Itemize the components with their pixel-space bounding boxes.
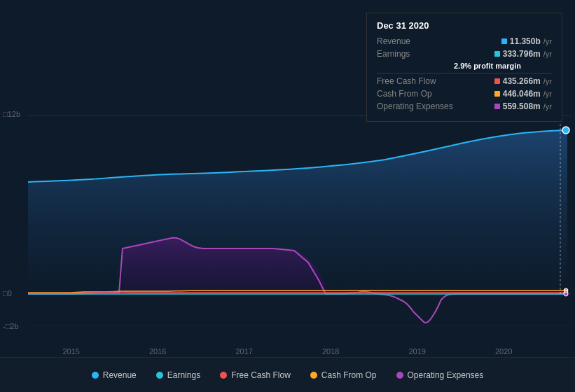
y-axis-label-0: □0: [3, 289, 12, 298]
tooltip-revenue-row: Revenue 11.350b /yr: [377, 36, 552, 46]
profit-margin-row: 2.9% profit margin: [377, 62, 552, 70]
tooltip-earnings-value: 333.796m /yr: [494, 49, 552, 59]
tooltip-cashfromop-row: Cash From Op 446.046m /yr: [377, 89, 552, 99]
tooltip-revenue-label: Revenue: [377, 36, 454, 46]
fcf-color-dot: [494, 78, 500, 84]
legend-fcf[interactable]: Free Cash Flow: [220, 370, 291, 380]
revenue-color-dot: [501, 38, 507, 44]
earnings-color-dot: [494, 51, 500, 57]
legend-revenue-label: Revenue: [103, 370, 137, 380]
legend-revenue-dot: [92, 372, 99, 379]
tooltip-cashfromop-label: Cash From Op: [377, 89, 454, 99]
tooltip-earnings-label: Earnings: [377, 49, 454, 59]
x-label-2018: 2018: [322, 347, 339, 356]
legend-fcf-label: Free Cash Flow: [231, 370, 291, 380]
legend-opex-label: Operating Expenses: [408, 370, 484, 380]
tooltip-panel: Dec 31 2020 Revenue 11.350b /yr Earnings…: [366, 13, 562, 122]
x-axis-labels: 2015 2016 2017 2018 2019 2020: [0, 347, 575, 356]
legend-fcf-dot: [220, 372, 227, 379]
tooltip-revenue-value: 11.350b /yr: [501, 36, 552, 46]
tooltip-opex-label: Operating Expenses: [377, 102, 454, 111]
tooltip-date: Dec 31 2020: [377, 20, 552, 31]
legend-earnings[interactable]: Earnings: [156, 370, 200, 380]
tooltip-cashfromop-value: 446.046m /yr: [494, 89, 552, 99]
tooltip-divider: [377, 73, 552, 74]
legend-cashfromop-label: Cash From Op: [321, 370, 377, 380]
legend-earnings-dot: [156, 372, 163, 379]
tooltip-opex-row: Operating Expenses 559.508m /yr: [377, 102, 552, 111]
legend-revenue[interactable]: Revenue: [92, 370, 137, 380]
svg-point-4: [562, 127, 569, 134]
legend-opex-dot: [396, 372, 403, 379]
x-label-2019: 2019: [409, 347, 426, 356]
y-axis-label-n2b: -□2b: [3, 322, 19, 330]
x-label-2015: 2015: [63, 347, 80, 356]
legend-opex[interactable]: Operating Expenses: [396, 370, 484, 380]
cashfromop-color-dot: [494, 91, 500, 97]
legend-cashfromop-dot: [310, 372, 317, 379]
tooltip-fcf-label: Free Cash Flow: [377, 76, 454, 86]
tooltip-fcf-row: Free Cash Flow 435.266m /yr: [377, 76, 552, 86]
legend-cashfromop[interactable]: Cash From Op: [310, 370, 377, 380]
x-label-2017: 2017: [236, 347, 253, 356]
svg-point-7: [564, 292, 568, 296]
x-label-2016: 2016: [149, 347, 166, 356]
opex-color-dot: [494, 104, 500, 109]
tooltip-earnings-row: Earnings 333.796m /yr: [377, 49, 552, 59]
x-label-2020: 2020: [495, 347, 512, 356]
tooltip-opex-value: 559.508m /yr: [494, 102, 552, 111]
legend-bar: Revenue Earnings Free Cash Flow Cash Fro…: [0, 357, 575, 392]
y-axis-label-12b: □12b: [3, 110, 20, 118]
legend-earnings-label: Earnings: [167, 370, 200, 380]
tooltip-fcf-value: 435.266m /yr: [494, 76, 552, 86]
